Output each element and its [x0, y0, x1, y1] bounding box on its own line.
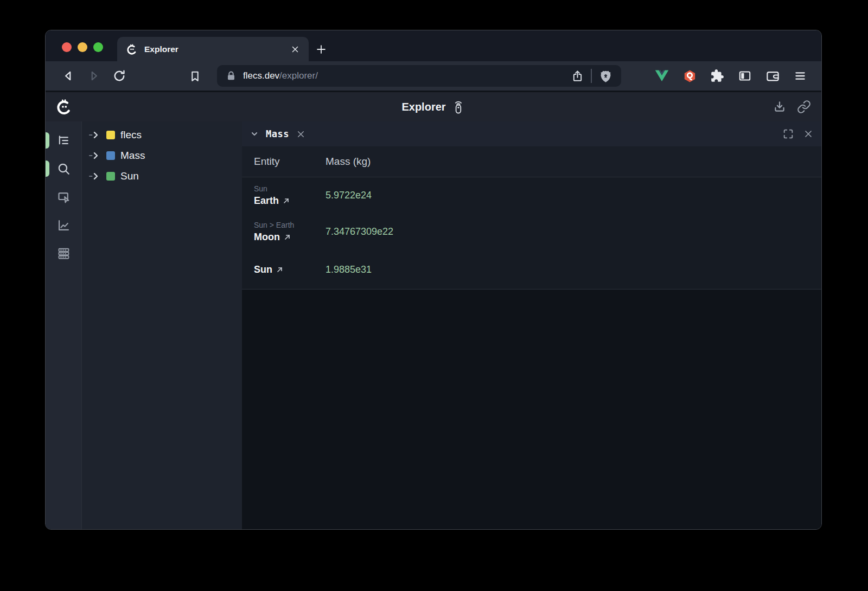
traffic-lights: [62, 42, 103, 52]
entity-parent-path: Sun > Earth: [254, 221, 326, 229]
panel-close-icon[interactable]: [803, 129, 814, 139]
wallet-icon[interactable]: [764, 68, 781, 84]
browser-window: Explorer flecs.dev/explorer/: [45, 30, 822, 530]
reload-icon[interactable]: [111, 67, 128, 85]
zoom-window-button[interactable]: [93, 42, 103, 52]
tab-title: Explorer: [144, 44, 290, 54]
entity-color-square: [106, 151, 115, 160]
menu-icon[interactable]: [792, 68, 808, 84]
flecs-logo: [55, 98, 73, 115]
link-icon[interactable]: [796, 99, 812, 115]
share-icon[interactable]: [568, 67, 586, 85]
browser-tab[interactable]: Explorer: [117, 37, 309, 61]
table-row: Sun > Earth Moon 7.34767309e22: [242, 214, 821, 250]
rows-icon[interactable]: [53, 242, 74, 264]
entity-color-square: [106, 131, 115, 139]
tree-item-mass[interactable]: Mass: [82, 145, 242, 166]
tree-item-sun[interactable]: Sun: [82, 166, 242, 187]
chart-icon[interactable]: [53, 214, 74, 236]
flecs-favicon-icon: [126, 43, 138, 55]
back-icon[interactable]: [60, 67, 77, 85]
tab-close-icon[interactable]: [290, 44, 300, 54]
mass-value: 1.9885e31: [326, 264, 372, 275]
new-tab-button[interactable]: [309, 37, 334, 61]
sidebar-toggle-icon[interactable]: [737, 68, 753, 84]
url-path: /explorer/: [279, 70, 318, 81]
query-result-table: Entity Mass (kg) Sun Earth 5.9722e24 Sun…: [242, 146, 821, 290]
browser-toolbar: flecs.dev/explorer/: [46, 61, 821, 91]
entity-color-square: [106, 172, 115, 181]
entity-cell: Sun Earth: [242, 184, 326, 207]
mass-value: 7.34767309e22: [326, 226, 393, 237]
remote-icon[interactable]: [452, 99, 465, 114]
entity-link[interactable]: Moon: [254, 232, 280, 243]
puzzle-icon[interactable]: [709, 68, 725, 84]
query-panel-actions: [782, 128, 814, 140]
query-close-icon[interactable]: [296, 129, 306, 139]
active-indicator-pill: [45, 160, 49, 177]
divider: [591, 69, 592, 83]
url-bar[interactable]: flecs.dev/explorer/: [217, 65, 621, 87]
inspect-icon[interactable]: [53, 186, 74, 208]
extensions-area: [654, 68, 808, 84]
fullscreen-icon[interactable]: [782, 128, 794, 140]
entity-parent-path: Sun: [254, 184, 326, 193]
url-domain: flecs.dev: [243, 70, 279, 81]
query-panel-empty-area: [242, 290, 821, 529]
table-row: Sun 1.9885e31: [242, 250, 821, 290]
hexagon-extension-icon[interactable]: [681, 68, 698, 84]
mass-value: 5.9722e24: [326, 190, 372, 201]
bookmark-icon[interactable]: [186, 67, 203, 85]
tree-item-label: Sun: [120, 170, 139, 182]
forward-icon[interactable]: [85, 67, 103, 85]
brave-shield-icon[interactable]: [596, 67, 615, 85]
query-panel-header: Mass: [242, 121, 821, 146]
app-title-area: Explorer: [401, 99, 465, 114]
expand-chevron-icon[interactable]: [88, 152, 101, 159]
column-header-mass: Mass (kg): [326, 156, 371, 168]
tab-bar: Explorer: [46, 30, 821, 61]
column-header-entity: Entity: [242, 156, 326, 168]
table-header-row: Entity Mass (kg): [242, 146, 821, 177]
external-link-icon[interactable]: [283, 197, 290, 204]
url-text: flecs.dev/explorer/: [243, 70, 568, 81]
external-link-icon[interactable]: [284, 234, 291, 241]
active-indicator-pill: [45, 132, 49, 149]
tree-view-icon[interactable]: [53, 130, 74, 151]
header-actions: [771, 99, 821, 115]
entity-link[interactable]: Sun: [254, 264, 272, 275]
vue-extension-icon[interactable]: [654, 68, 670, 84]
close-window-button[interactable]: [62, 42, 72, 52]
search-icon[interactable]: [53, 158, 74, 179]
content-area: flecs Mass Sun: [46, 121, 821, 529]
icon-sidebar: [46, 121, 82, 529]
collapse-chevron-down-icon[interactable]: [248, 128, 260, 140]
lock-icon: [225, 69, 238, 82]
expand-chevron-icon[interactable]: [88, 131, 101, 139]
table-row: Sun Earth 5.9722e24: [242, 177, 821, 214]
entity-cell: Sun > Earth Moon: [242, 221, 326, 243]
expand-chevron-icon[interactable]: [88, 172, 101, 180]
entity-link[interactable]: Earth: [254, 195, 279, 207]
minimize-window-button[interactable]: [78, 42, 87, 52]
entity-cell: Sun: [242, 264, 326, 275]
tree-panel: flecs Mass Sun: [82, 121, 242, 529]
page-title: Explorer: [401, 101, 445, 113]
tree-item-label: Mass: [120, 150, 145, 162]
query-panel: Mass Entity Mass (kg): [242, 121, 821, 529]
app-header: Explorer: [46, 91, 821, 121]
download-icon[interactable]: [771, 99, 788, 115]
tree-item-flecs[interactable]: flecs: [82, 125, 242, 145]
tree-item-label: flecs: [120, 129, 142, 141]
query-title: Mass: [266, 129, 289, 139]
external-link-icon[interactable]: [276, 266, 283, 273]
